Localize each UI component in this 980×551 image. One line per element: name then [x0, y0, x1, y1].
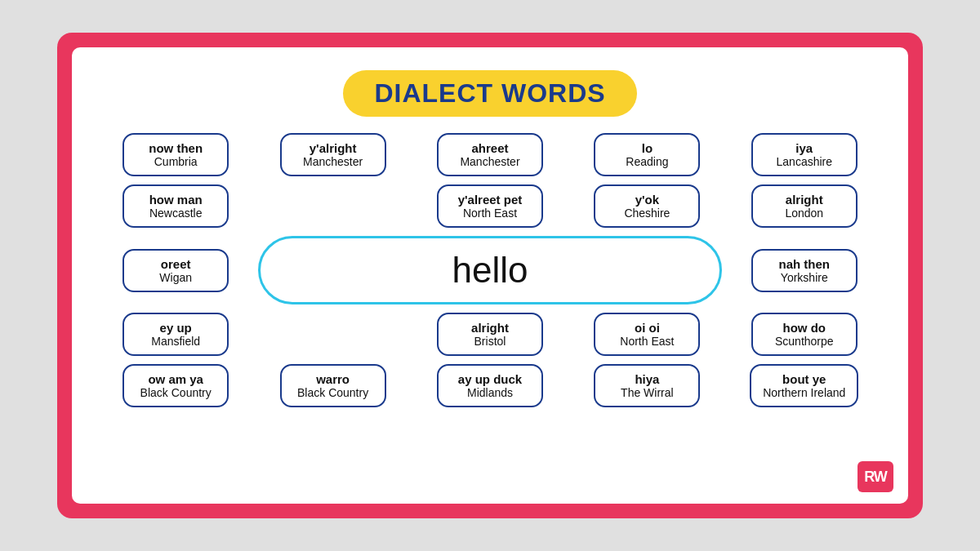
- rw-logo-text: RW: [864, 469, 887, 486]
- dialect-ahreet: ahreet Manchester: [437, 133, 543, 176]
- dialect-alright-london: alright London: [751, 184, 858, 228]
- dialect-how-man: how man Newcastle: [122, 184, 229, 228]
- outer-frame: DIALECT WORDS now then Cumbria y'alright…: [57, 33, 923, 518]
- main-title: DIALECT WORDS: [374, 78, 605, 108]
- inner-card: DIALECT WORDS now then Cumbria y'alright…: [72, 47, 908, 504]
- dialect-nah-then: nah then Yorkshire: [751, 249, 858, 292]
- dialect-hiya: hiya The Wirral: [594, 364, 700, 407]
- dialect-yalright-manchester: y'alright Manchester: [280, 133, 386, 176]
- rw-logo: RW: [858, 461, 893, 492]
- dialect-iya: iya Lancashire: [751, 133, 858, 176]
- dialect-oreet: oreet Wigan: [122, 249, 229, 292]
- dialect-ow-am-ya: ow am ya Black Country: [122, 364, 229, 407]
- dialect-yalreet-pet: y'alreet pet North East: [437, 184, 543, 228]
- hello-center-box: hello: [258, 236, 721, 304]
- dialect-now-then: now then Cumbria: [122, 133, 229, 176]
- title-badge: DIALECT WORDS: [343, 70, 636, 117]
- dialect-ay-up-duck: ay up duck Midlands: [437, 364, 543, 407]
- dialect-yok: y'ok Cheshire: [594, 184, 700, 228]
- dialect-oi-oi: oi oi North East: [594, 313, 700, 356]
- dialect-ey-up: ey up Mansfield: [122, 313, 229, 356]
- hello-text: hello: [452, 250, 528, 290]
- dialect-warro: warro Black Country: [280, 364, 386, 407]
- dialect-grid: now then Cumbria y'alright Manchester ah…: [101, 133, 879, 407]
- dialect-lo-reading: lo Reading: [594, 133, 700, 176]
- dialect-bout-ye: bout ye Northern Ireland: [750, 364, 858, 407]
- dialect-alright-bristol: alright Bristol: [437, 313, 543, 356]
- dialect-how-do: how do Scunthorpe: [751, 313, 858, 356]
